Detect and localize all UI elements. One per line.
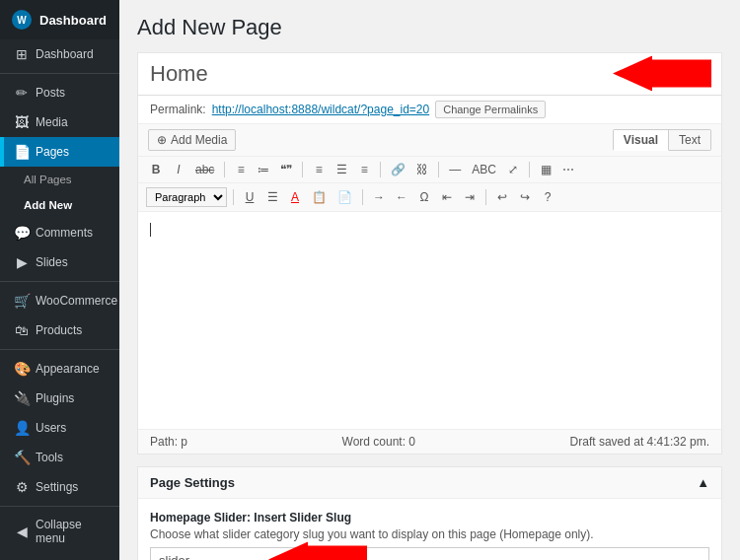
main-content: Add New Page Permalink: http://localhost… xyxy=(119,0,740,560)
sidebar-item-label: Tools xyxy=(36,451,63,464)
special-char-button[interactable]: Ω xyxy=(414,188,434,206)
wp-more-button[interactable]: ⋯ xyxy=(558,161,578,178)
sidebar-item-users[interactable]: 👤 Users xyxy=(0,413,119,443)
sidebar-item-tools[interactable]: 🔨 Tools xyxy=(0,443,119,472)
sidebar-item-label: Products xyxy=(36,323,82,337)
editor-content-area[interactable] xyxy=(138,212,721,429)
blockquote-button[interactable]: ❝❞ xyxy=(276,161,296,178)
strikethrough-button[interactable]: abc xyxy=(191,161,218,178)
dashboard-icon: ⊞ xyxy=(14,46,30,62)
sep4 xyxy=(438,162,439,177)
sidebar-item-dashboard[interactable]: ⊞ Dashboard xyxy=(0,39,119,69)
bold-button[interactable]: B xyxy=(146,161,166,178)
sep7 xyxy=(362,189,363,205)
plus-icon: ⊕ xyxy=(157,133,167,147)
slides-icon: ▶ xyxy=(14,254,30,270)
sep3 xyxy=(380,162,381,177)
help-button[interactable]: ? xyxy=(538,188,557,206)
sidebar-item-plugins[interactable]: 🔌 Plugins xyxy=(0,384,119,413)
collapse-settings-icon[interactable]: ▲ xyxy=(697,475,709,490)
appearance-icon: 🎨 xyxy=(14,361,30,377)
page-settings-box: Page Settings ▲ Homepage Slider: Insert … xyxy=(137,466,722,560)
slider-slug-input[interactable] xyxy=(150,547,709,560)
link-button[interactable]: 🔗 xyxy=(387,161,409,178)
sidebar-item-label: Pages xyxy=(36,145,69,159)
align-left-button[interactable]: ≡ xyxy=(309,161,329,178)
outdent-button[interactable]: ← xyxy=(392,188,411,206)
sidebar-item-add-new[interactable]: Add New xyxy=(0,192,119,218)
sidebar-item-label: Slides xyxy=(36,255,68,269)
page-settings-body: Homepage Slider: Insert Slider Slug Choo… xyxy=(138,499,721,560)
italic-button[interactable]: I xyxy=(169,161,188,178)
fullscreen-button[interactable]: ⤢ xyxy=(503,161,523,178)
bullet-list-button[interactable]: ≡ xyxy=(231,161,251,178)
editor-path: Path: p xyxy=(150,435,187,449)
word-count: Word count: 0 xyxy=(342,435,415,449)
sidebar-item-woocommerce[interactable]: 🛒 WooCommerce xyxy=(0,286,119,315)
align-center-button[interactable]: ☰ xyxy=(332,161,351,178)
media-icon: 🖼 xyxy=(14,114,30,130)
sidebar-item-settings[interactable]: ⚙ Settings xyxy=(0,472,119,502)
more-button[interactable]: — xyxy=(445,161,465,178)
add-media-button[interactable]: ⊕ Add Media xyxy=(148,129,236,151)
table-button[interactable]: ▦ xyxy=(536,161,555,178)
permalink-bar: Permalink: http://localhost:8888/wildcat… xyxy=(138,96,721,124)
editor-format-bar-2: Paragraph U ☰ A 📋 📄 → ← Ω ⇤ ⇥ ↩ ↪ ? xyxy=(138,183,721,212)
sidebar-item-label: Media xyxy=(36,115,68,129)
posts-icon: ✏ xyxy=(14,85,30,101)
sidebar-logo[interactable]: W Dashboard xyxy=(0,0,119,39)
spellcheck-button[interactable]: ABC xyxy=(468,161,500,178)
add-media-label: Add Media xyxy=(171,133,227,147)
editor-footer: Path: p Word count: 0 Draft saved at 4:4… xyxy=(138,429,721,454)
sidebar-item-slides[interactable]: ▶ Slides xyxy=(0,247,119,277)
sidebar-divider2 xyxy=(0,281,119,282)
page-title: Add New Page xyxy=(137,15,722,40)
sidebar-item-appearance[interactable]: 🎨 Appearance xyxy=(0,354,119,384)
justify-button[interactable]: ☰ xyxy=(262,188,282,206)
sidebar-item-comments[interactable]: 💬 Comments xyxy=(0,218,119,247)
page-settings-header: Page Settings ▲ xyxy=(138,467,721,499)
sidebar-item-label: Collapse menu xyxy=(36,518,110,545)
sidebar-item-label: Posts xyxy=(36,86,65,100)
sidebar-item-collapse[interactable]: ◀ Collapse menu xyxy=(0,511,119,552)
sidebar-item-posts[interactable]: ✏ Posts xyxy=(0,78,119,107)
redo-button[interactable]: ↪ xyxy=(515,188,535,206)
sep6 xyxy=(233,189,234,205)
sidebar-item-pages[interactable]: 📄 Pages xyxy=(0,137,119,167)
editor-format-bar-1: B I abc ≡ ≔ ❝❞ ≡ ☰ ≡ 🔗 ⛓ — ABC ⤢ ▦ ⋯ xyxy=(138,157,721,183)
number-list-button[interactable]: ≔ xyxy=(254,161,273,178)
text-tab[interactable]: Text xyxy=(669,129,711,151)
sep8 xyxy=(485,189,486,205)
change-permalink-button[interactable]: Change Permalinks xyxy=(435,101,546,118)
sidebar-item-products[interactable]: 🛍 Products xyxy=(0,315,119,345)
tools-icon: 🔨 xyxy=(14,450,30,465)
underline-button[interactable]: U xyxy=(240,188,259,206)
align-right-button[interactable]: ≡ xyxy=(354,161,374,178)
forecolor-button[interactable]: A xyxy=(285,188,305,206)
products-icon: 🛍 xyxy=(14,322,30,338)
visual-tab[interactable]: Visual xyxy=(613,129,669,151)
page-title-input[interactable] xyxy=(138,53,721,96)
permalink-url[interactable]: http://localhost:8888/wildcat/?page_id=2… xyxy=(212,103,430,116)
visual-text-tabs: Visual Text xyxy=(613,129,711,151)
indent-button[interactable]: → xyxy=(369,188,389,206)
slider-field-desc: Choose what slider category slug you wan… xyxy=(150,527,709,541)
permalink-label: Permalink: xyxy=(150,103,206,116)
indent2-button[interactable]: ⇥ xyxy=(460,188,480,206)
unlink-button[interactable]: ⛓ xyxy=(412,161,432,178)
settings-icon: ⚙ xyxy=(14,479,30,495)
sidebar-item-label: Appearance xyxy=(36,362,100,376)
paste-text-button[interactable]: 📋 xyxy=(308,188,331,206)
plugins-icon: 🔌 xyxy=(14,390,30,406)
sidebar: W Dashboard ⊞ Dashboard ✏ Posts 🖼 Media … xyxy=(0,0,119,560)
undo-button[interactable]: ↩ xyxy=(492,188,512,206)
paste-word-button[interactable]: 📄 xyxy=(333,188,356,206)
sidebar-item-label: Plugins xyxy=(36,391,74,405)
draft-saved: Draft saved at 4:41:32 pm. xyxy=(570,435,709,449)
sidebar-divider4 xyxy=(0,506,119,507)
sidebar-item-media[interactable]: 🖼 Media xyxy=(0,107,119,137)
paragraph-select[interactable]: Paragraph xyxy=(146,187,227,207)
sidebar-item-all-pages[interactable]: All Pages xyxy=(0,167,119,192)
outdent2-button[interactable]: ⇤ xyxy=(437,188,457,206)
comments-icon: 💬 xyxy=(14,225,30,241)
